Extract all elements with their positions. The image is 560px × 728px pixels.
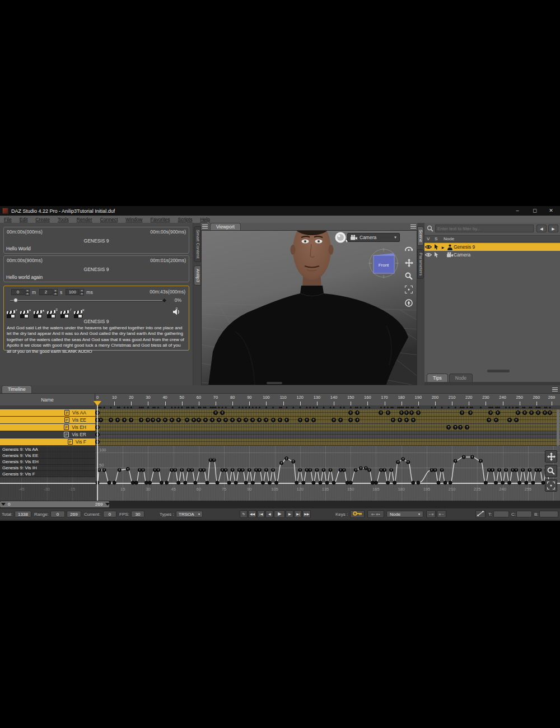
play-button[interactable]: ▶ [274, 510, 285, 518]
frame-icon[interactable] [545, 479, 557, 492]
tab-parameters[interactable]: Parameters [417, 249, 424, 279]
keyframe[interactable]: T [416, 410, 421, 415]
menu-item-scripts[interactable]: Scripts [174, 217, 196, 222]
seconds-field[interactable]: 2 [39, 289, 53, 295]
tab-anilip3[interactable]: Anilip3 [194, 265, 201, 286]
menu-item-render[interactable]: Render [73, 217, 96, 222]
view-orientation-cube[interactable]: Front [368, 246, 399, 280]
keyframe[interactable]: T [496, 410, 500, 415]
summary-keyframe-marker[interactable]: ▲ [264, 405, 268, 409]
panel-menu-icon[interactable] [410, 225, 416, 229]
timeline-track-vis-aa[interactable]: PVis AAOTTTTTTTTTTTTTTTTTTTT [0, 409, 560, 417]
summary-keyframe-marker[interactable]: ▲ [454, 405, 457, 409]
visibility-eye-icon[interactable] [424, 245, 432, 249]
summary-keyframe-marker[interactable]: ▲ [146, 405, 150, 409]
curve-keyframe[interactable] [184, 481, 187, 484]
filter-prev-button[interactable]: ◀ [536, 225, 547, 232]
menu-item-tools[interactable]: Tools [54, 217, 73, 222]
selectability-cursor-icon[interactable] [432, 252, 440, 258]
current-frame-field[interactable]: 0 [103, 511, 116, 517]
track-key-lane[interactable]: O [95, 438, 560, 445]
keyframe[interactable]: T [210, 418, 214, 422]
key-remove-add-buttons[interactable]: o− o+ [367, 510, 384, 518]
keyframe[interactable]: T [411, 418, 416, 422]
range-bar[interactable] [0, 501, 109, 507]
curve-keyframe[interactable] [251, 481, 254, 484]
curve-keyframe[interactable] [437, 481, 440, 484]
curve-keyframe[interactable] [131, 481, 134, 484]
key-icon[interactable] [350, 510, 365, 518]
summary-keyframe-marker[interactable]: ▲ [447, 405, 450, 409]
summary-keyframe-marker[interactable]: ▲ [498, 405, 501, 409]
curve-keyframe[interactable] [531, 481, 535, 484]
keyframe[interactable]: T [391, 418, 395, 422]
summary-keyframe-marker[interactable]: ▲ [315, 405, 319, 409]
expander-icon[interactable]: ▶ [440, 245, 446, 249]
curve-keyframe[interactable] [484, 481, 487, 484]
summary-keyframe-marker[interactable]: ▲ [538, 405, 542, 409]
summary-keyframe-marker[interactable]: ▲ [258, 405, 261, 409]
prev-key-jump-button[interactable]: ←o [426, 510, 436, 518]
range-start-field[interactable]: 0 [50, 511, 65, 517]
insert-before-clip-button[interactable]: ▴ [34, 310, 43, 318]
anilip3-entry[interactable]: 00m:00s(900ms)00m:01s(200ms)GENESIS 9Hel… [3, 255, 189, 282]
curve-keyframe[interactable] [518, 481, 521, 484]
summary-keyframe-marker[interactable]: ▲ [470, 405, 474, 409]
keyframe[interactable]: T [522, 410, 527, 415]
next-key-button[interactable]: ▶| [294, 510, 302, 518]
summary-keyframe-marker[interactable]: ▲ [192, 405, 195, 409]
range-end-field[interactable]: 269 [67, 511, 81, 517]
keyframe[interactable]: T [197, 418, 201, 422]
menu-item-file[interactable]: File [0, 217, 16, 222]
curve-keyframe[interactable] [234, 481, 237, 484]
scene-filter-input[interactable] [435, 225, 534, 232]
keyframe[interactable]: T [284, 418, 289, 422]
curve-keyframe[interactable] [194, 481, 197, 484]
curve-keyframe[interactable] [295, 481, 298, 484]
animation-curve[interactable]: TTTTTTTTTTTTTTTTTTTTTTTTTTTTTTTTTTTTTTTT… [0, 446, 560, 501]
menu-item-connect[interactable]: Connect [96, 217, 122, 222]
tab-scene[interactable]: Scene [417, 226, 424, 246]
curve-keyframe[interactable] [494, 481, 498, 484]
summary-keyframe-marker[interactable]: ▲ [530, 405, 533, 409]
curve-keyframe[interactable] [148, 481, 151, 484]
skip-start-button[interactable]: ◀◀ [248, 510, 256, 518]
curve-keyframe[interactable] [371, 481, 374, 484]
keyframe[interactable]: T [399, 410, 404, 415]
keyframe[interactable]: T [404, 418, 409, 422]
curve-keyframe[interactable] [144, 481, 148, 484]
curve-keyframe[interactable] [113, 481, 116, 484]
curve-keyframe[interactable] [227, 481, 231, 484]
next-frame-button[interactable]: ▶ [286, 510, 293, 518]
curve-keyframe[interactable] [206, 481, 209, 484]
summary-keyframe-marker[interactable]: ▲ [342, 405, 346, 409]
timeline-track-vis-er[interactable]: PVis ERO [0, 431, 560, 438]
curve-keyframe[interactable] [325, 481, 329, 484]
curve-keyframe[interactable] [412, 481, 415, 484]
types-dropdown[interactable]: TRSOA▼ [176, 511, 203, 517]
summary-keyframe-marker[interactable]: ▲ [129, 405, 133, 409]
keyframe[interactable]: T [536, 410, 540, 415]
curve-keyframe[interactable] [165, 481, 169, 484]
c-field[interactable] [516, 511, 532, 517]
curve-keyframe[interactable] [177, 481, 180, 484]
tab-viewport[interactable]: Viewport [210, 223, 241, 230]
close-button[interactable]: ✕ [543, 206, 559, 216]
menu-item-edit[interactable]: Edit [16, 217, 32, 222]
prev-frame-button[interactable]: ◀ [265, 510, 273, 518]
timeline-track-vis-ee[interactable]: PVis EEOTTTTTTTTTTTTTTTTTTTTTTTTTTTTTTTT… [0, 417, 560, 424]
skip-end-button[interactable]: ▶▶ [302, 510, 311, 518]
slider-thumb[interactable] [13, 298, 18, 302]
keyframe[interactable]: T [305, 418, 309, 422]
summary-keyframe-marker[interactable]: ▲ [118, 405, 121, 409]
keyframe[interactable]: T [398, 418, 402, 422]
summary-keyframe-marker[interactable]: ▲ [349, 405, 352, 409]
keyframe[interactable]: T [185, 418, 189, 422]
curve-keyframe[interactable] [108, 481, 111, 484]
tab-node[interactable]: Node [449, 374, 473, 382]
summary-keyframe-marker[interactable]: ▲ [102, 405, 106, 409]
scene-node-genesis-9[interactable]: ▶Genesis 9 [424, 243, 560, 251]
summary-keyframe-marker[interactable]: ▲ [417, 405, 420, 409]
curve-keyframe[interactable] [525, 481, 528, 484]
keyframe[interactable]: T [170, 418, 174, 422]
